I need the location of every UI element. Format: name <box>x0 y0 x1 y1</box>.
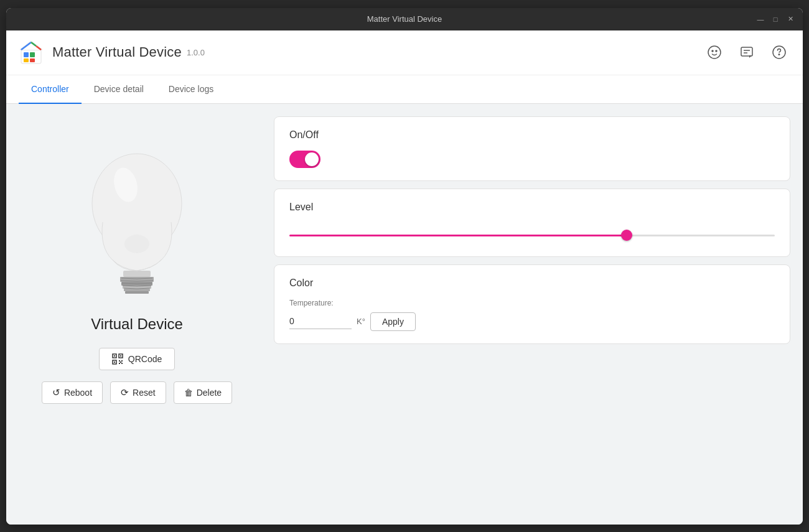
svg-rect-33 <box>119 360 120 362</box>
main-content: Virtual Device QRCode <box>6 104 803 525</box>
app-logo <box>19 40 44 65</box>
toggle-track <box>289 151 320 168</box>
svg-rect-32 <box>114 362 115 363</box>
svg-rect-24 <box>125 291 149 294</box>
toggle-thumb <box>305 152 319 166</box>
svg-rect-35 <box>119 363 120 364</box>
bulb-image-container <box>75 129 199 303</box>
svg-rect-30 <box>120 355 121 357</box>
toggle-wrapper <box>289 151 775 168</box>
feedback-button[interactable] <box>736 41 758 63</box>
reboot-label: Reboot <box>64 388 92 398</box>
tabs-bar: Controller Device detail Device logs <box>6 75 803 104</box>
app-version: 1.0.0 <box>187 48 205 57</box>
svg-point-17 <box>779 54 780 55</box>
qrcode-icon <box>112 353 123 365</box>
svg-rect-23 <box>124 289 150 291</box>
level-label: Level <box>289 202 775 213</box>
bulb-image <box>81 135 193 297</box>
svg-point-11 <box>712 50 713 52</box>
svg-rect-19 <box>123 271 151 277</box>
reset-button[interactable]: ⟳ Reset <box>110 381 166 404</box>
color-label: Color <box>289 278 775 289</box>
qrcode-button[interactable]: QRCode <box>99 348 175 370</box>
header-icons <box>703 41 790 63</box>
tab-device-logs[interactable]: Device logs <box>156 75 226 104</box>
svg-rect-3 <box>24 58 29 62</box>
device-name: Virtual Device <box>91 315 183 333</box>
titlebar-title: Matter Virtual Device <box>367 14 442 24</box>
onoff-card: On/Off <box>274 116 790 181</box>
svg-rect-36 <box>121 363 123 364</box>
close-button[interactable]: ✕ <box>785 14 795 24</box>
maximize-button[interactable]: □ <box>770 14 780 24</box>
delete-button[interactable]: 🗑 Delete <box>174 381 232 404</box>
svg-point-26 <box>124 235 149 253</box>
onoff-label: On/Off <box>289 129 775 141</box>
delete-icon: 🗑 <box>184 388 193 398</box>
minimize-button[interactable]: — <box>755 14 765 24</box>
svg-rect-34 <box>121 360 123 362</box>
qrcode-label: QRCode <box>128 354 162 364</box>
left-panel: Virtual Device QRCode <box>6 104 268 525</box>
svg-rect-4 <box>30 58 35 62</box>
level-slider[interactable] <box>289 235 775 236</box>
color-card: Color Temperature: K° Apply <box>274 264 790 344</box>
temperature-row: K° Apply <box>289 312 775 331</box>
reset-icon: ⟳ <box>121 387 129 398</box>
emoji-feedback-button[interactable] <box>703 41 726 63</box>
app-title: Matter Virtual Device <box>52 44 182 60</box>
app-header: Matter Virtual Device 1.0.0 <box>6 30 803 75</box>
temperature-input[interactable] <box>289 314 352 329</box>
svg-point-12 <box>716 50 717 52</box>
temperature-unit: K° <box>357 317 365 326</box>
svg-rect-28 <box>114 355 115 357</box>
reboot-button[interactable]: ↺ Reboot <box>42 381 103 404</box>
apply-button[interactable]: Apply <box>370 312 416 331</box>
svg-rect-2 <box>30 52 35 57</box>
svg-marker-6 <box>21 42 41 50</box>
right-panel: On/Off Level Color Tem <box>268 104 803 525</box>
svg-rect-1 <box>24 52 29 57</box>
temperature-label: Temperature: <box>289 299 775 307</box>
level-card: Level <box>274 189 790 257</box>
onoff-toggle[interactable] <box>289 151 320 168</box>
titlebar-controls: — □ ✕ <box>755 14 795 24</box>
slider-wrapper <box>289 223 775 244</box>
svg-point-10 <box>708 46 721 58</box>
svg-rect-13 <box>741 47 752 56</box>
action-buttons: ↺ Reboot ⟳ Reset 🗑 Delete <box>42 381 232 404</box>
svg-rect-37 <box>120 362 121 363</box>
tab-controller[interactable]: Controller <box>19 75 82 104</box>
delete-label: Delete <box>197 388 222 398</box>
reset-label: Reset <box>133 388 156 398</box>
help-button[interactable] <box>768 41 790 63</box>
tab-device-detail[interactable]: Device detail <box>82 75 156 104</box>
titlebar: Matter Virtual Device — □ ✕ <box>6 8 803 30</box>
reboot-icon: ↺ <box>52 387 60 398</box>
app-window: Matter Virtual Device — □ ✕ Matter Virtu… <box>6 8 803 525</box>
